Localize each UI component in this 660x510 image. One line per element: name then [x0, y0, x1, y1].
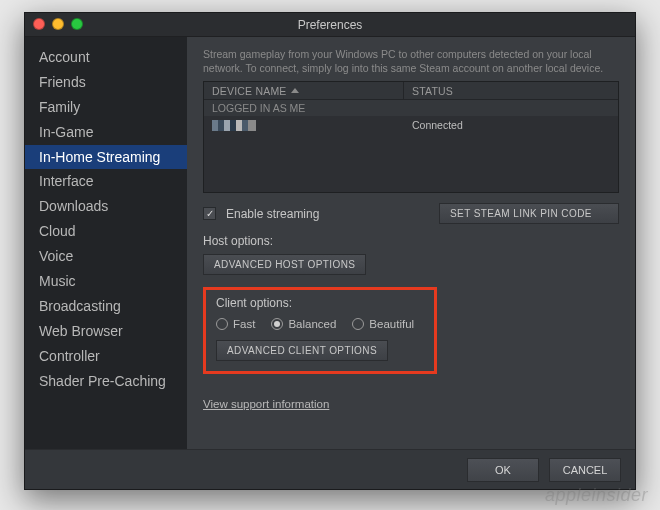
radio-beautiful-label: Beautiful — [369, 318, 414, 330]
sidebar-item-controller[interactable]: Controller — [25, 344, 187, 369]
sidebar-item-music[interactable]: Music — [25, 269, 187, 294]
col-device-name[interactable]: DEVICE NAME — [204, 82, 404, 99]
zoom-icon[interactable] — [71, 18, 83, 30]
client-options-label: Client options: — [216, 296, 424, 310]
sidebar-item-voice[interactable]: Voice — [25, 244, 187, 269]
sidebar-item-cloud[interactable]: Cloud — [25, 219, 187, 244]
set-pin-button[interactable]: SET STEAM LINK PIN CODE — [439, 203, 619, 224]
table-section-label: LOGGED IN AS ME — [212, 102, 305, 114]
sidebar-item-downloads[interactable]: Downloads — [25, 194, 187, 219]
advanced-host-options-button[interactable]: ADVANCED HOST OPTIONS — [203, 254, 366, 275]
ok-button[interactable]: OK — [467, 458, 539, 482]
sidebar: Account Friends Family In-Game In-Home S… — [25, 37, 187, 449]
sidebar-item-broadcasting[interactable]: Broadcasting — [25, 294, 187, 319]
col-status-label: STATUS — [412, 85, 453, 97]
device-table: DEVICE NAME STATUS LOGGED IN AS ME Conne… — [203, 81, 619, 193]
sidebar-item-in-home-streaming[interactable]: In-Home Streaming — [25, 145, 187, 170]
view-support-link[interactable]: View support information — [203, 398, 619, 410]
device-name-cell — [204, 120, 404, 131]
sidebar-item-in-game[interactable]: In-Game — [25, 120, 187, 145]
table-row[interactable]: Connected — [204, 116, 618, 134]
enable-streaming-label: Enable streaming — [226, 207, 319, 221]
radio-icon — [271, 318, 283, 330]
col-device-name-label: DEVICE NAME — [212, 85, 287, 97]
client-options-group: Client options: Fast Balanced Beautiful — [203, 287, 437, 374]
host-options-label: Host options: — [203, 234, 619, 248]
description-text: Stream gameplay from your Windows PC to … — [203, 47, 619, 75]
col-status[interactable]: STATUS — [404, 85, 618, 97]
radio-balanced-label: Balanced — [288, 318, 336, 330]
sort-asc-icon — [291, 88, 299, 93]
sidebar-item-shader-pre-caching[interactable]: Shader Pre-Caching — [25, 369, 187, 394]
radio-icon — [352, 318, 364, 330]
radio-fast[interactable]: Fast — [216, 318, 255, 330]
sidebar-item-account[interactable]: Account — [25, 45, 187, 70]
client-quality-radios: Fast Balanced Beautiful — [216, 318, 424, 330]
sidebar-item-web-browser[interactable]: Web Browser — [25, 319, 187, 344]
radio-balanced[interactable]: Balanced — [271, 318, 336, 330]
enable-streaming-checkbox[interactable]: ✓ — [203, 207, 216, 220]
window-title: Preferences — [298, 18, 363, 32]
advanced-client-options-button[interactable]: ADVANCED CLIENT OPTIONS — [216, 340, 388, 361]
redacted-device-name — [212, 120, 256, 131]
main-panel: Stream gameplay from your Windows PC to … — [187, 37, 635, 449]
table-header-row: DEVICE NAME STATUS — [204, 82, 618, 100]
footer: OK CANCEL — [25, 449, 635, 489]
host-options-group: Host options: ADVANCED HOST OPTIONS — [203, 234, 619, 275]
sidebar-item-friends[interactable]: Friends — [25, 70, 187, 95]
minimize-icon[interactable] — [52, 18, 64, 30]
enable-row: ✓ Enable streaming SET STEAM LINK PIN CO… — [203, 203, 619, 224]
preferences-window: Preferences Account Friends Family In-Ga… — [24, 12, 636, 490]
radio-beautiful[interactable]: Beautiful — [352, 318, 414, 330]
table-section-logged-in: LOGGED IN AS ME — [204, 100, 618, 116]
window-body: Account Friends Family In-Game In-Home S… — [25, 37, 635, 449]
sidebar-item-interface[interactable]: Interface — [25, 169, 187, 194]
cancel-button[interactable]: CANCEL — [549, 458, 621, 482]
close-icon[interactable] — [33, 18, 45, 30]
radio-fast-label: Fast — [233, 318, 255, 330]
titlebar: Preferences — [25, 13, 635, 37]
radio-icon — [216, 318, 228, 330]
traffic-lights — [33, 18, 83, 30]
sidebar-item-family[interactable]: Family — [25, 95, 187, 120]
device-status-cell: Connected — [404, 119, 618, 131]
